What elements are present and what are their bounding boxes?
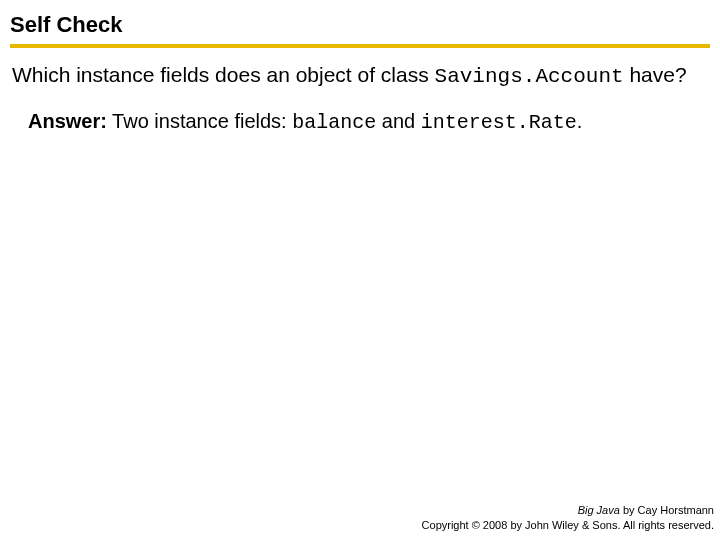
footer-book: Big Java bbox=[578, 504, 620, 516]
question-text: Which instance fields does an object of … bbox=[12, 62, 708, 90]
answer-post: . bbox=[577, 110, 583, 132]
answer-mid: and bbox=[376, 110, 420, 132]
answer-pre: Two instance fields: bbox=[107, 110, 292, 132]
slide: Self Check Which instance fields does an… bbox=[0, 0, 720, 540]
question-code: Savings.Account bbox=[435, 65, 624, 88]
answer-text: Answer: Two instance fields: balance and… bbox=[28, 108, 710, 136]
footer: Big Java by Cay Horstmann Copyright © 20… bbox=[422, 503, 714, 532]
question-pre: Which instance fields does an object of … bbox=[12, 63, 435, 86]
answer-label: Answer: bbox=[28, 110, 107, 132]
footer-byline: by Cay Horstmann bbox=[620, 504, 714, 516]
slide-title: Self Check bbox=[10, 12, 710, 44]
question-post: have? bbox=[624, 63, 687, 86]
title-rule bbox=[10, 44, 710, 48]
footer-copyright: Copyright © 2008 by John Wiley & Sons. A… bbox=[422, 518, 714, 532]
answer-code1: balance bbox=[292, 111, 376, 134]
footer-line1: Big Java by Cay Horstmann bbox=[422, 503, 714, 517]
answer-code2: interest.Rate bbox=[421, 111, 577, 134]
